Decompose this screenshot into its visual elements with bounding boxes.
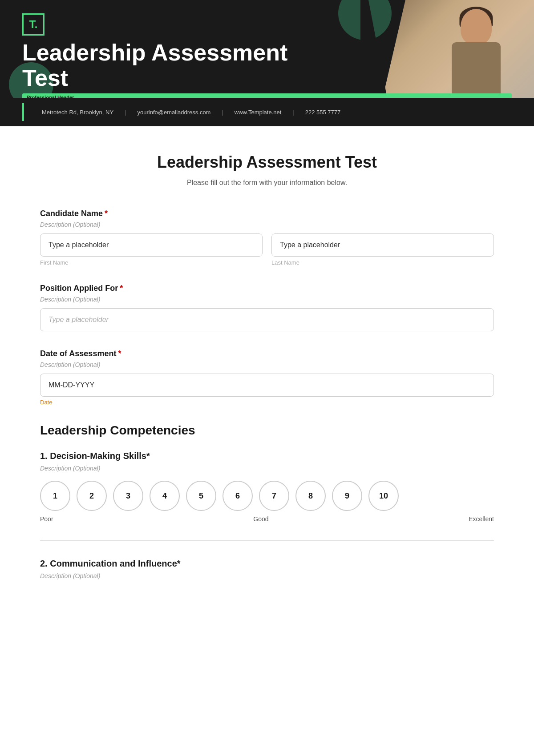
header-title: Leadership Assessment Test: [22, 40, 512, 91]
competency-1-description: Description (Optional): [40, 465, 494, 472]
competency-1-title: 1. Decision-Making Skills*: [40, 451, 494, 461]
date-input[interactable]: [40, 374, 494, 397]
header-badge: Professional Header: [22, 93, 512, 98]
rating-label-excellent: Excellent: [469, 515, 494, 523]
main-content: Leadership Assessment Test Please fill o…: [0, 126, 534, 756]
date-sublabel: Date: [40, 399, 494, 406]
name-input-row: [40, 233, 494, 257]
rating-1[interactable]: 1: [40, 481, 70, 511]
rating-5[interactable]: 5: [186, 481, 216, 511]
rating-2[interactable]: 2: [77, 481, 107, 511]
candidate-name-section: Candidate Name* Description (Optional) F…: [40, 209, 494, 266]
rating-label-poor: Poor: [40, 515, 53, 523]
contact-phone: 222 555 7777: [305, 109, 341, 116]
contact-bar: Metrotech Rd, Brooklyn, NY | yourinfo@em…: [0, 98, 534, 126]
date-description: Description (Optional): [40, 361, 494, 368]
contact-divider: [22, 103, 24, 121]
date-section: Date of Assessment* Description (Optiona…: [40, 349, 494, 406]
logo-letter: T.: [29, 18, 38, 31]
rating-3[interactable]: 3: [113, 481, 143, 511]
date-label: Date of Assessment*: [40, 349, 494, 358]
position-section: Position Applied For* Description (Optio…: [40, 284, 494, 331]
rating-scale-1: 1 2 3 4 5 6 7 8 9 10 Poor Good Excellent: [40, 481, 494, 523]
last-name-sublabel: Last Name: [271, 259, 494, 266]
contact-website: www.Template.net: [235, 109, 282, 116]
form-title: Leadership Assessment Test: [40, 153, 494, 172]
contact-info: Metrotech Rd, Brooklyn, NY | yourinfo@em…: [42, 109, 340, 116]
candidate-name-label: Candidate Name*: [40, 209, 494, 218]
first-name-input[interactable]: [40, 233, 263, 257]
position-input[interactable]: [40, 308, 494, 331]
competency-2-title: 2. Communication and Influence*: [40, 559, 494, 569]
competency-1: 1. Decision-Making Skills* Description (…: [40, 451, 494, 523]
competencies-title: Leadership Competencies: [40, 423, 494, 438]
rating-label-good: Good: [53, 515, 469, 523]
rating-labels-1: Poor Good Excellent: [40, 515, 494, 523]
competency-2-description: Description (Optional): [40, 572, 494, 579]
rating-6[interactable]: 6: [222, 481, 253, 511]
last-name-input[interactable]: [271, 233, 494, 257]
contact-address: Metrotech Rd, Brooklyn, NY: [42, 109, 113, 116]
contact-email: yourinfo@emailaddress.com: [138, 109, 211, 116]
section-divider: [40, 540, 494, 541]
name-sublabels: First Name Last Name: [40, 259, 494, 266]
rating-9[interactable]: 9: [332, 481, 362, 511]
position-description: Description (Optional): [40, 296, 494, 303]
position-label: Position Applied For*: [40, 284, 494, 293]
rating-7[interactable]: 7: [259, 481, 289, 511]
competency-2: 2. Communication and Influence* Descript…: [40, 559, 494, 579]
rating-10[interactable]: 10: [368, 481, 399, 511]
first-name-sublabel: First Name: [40, 259, 263, 266]
competencies-section: Leadership Competencies 1. Decision-Maki…: [40, 423, 494, 579]
candidate-name-description: Description (Optional): [40, 221, 494, 228]
rating-4[interactable]: 4: [150, 481, 180, 511]
form-subtitle: Please fill out the form with your infor…: [40, 179, 494, 187]
rating-circles-1: 1 2 3 4 5 6 7 8 9 10: [40, 481, 494, 511]
logo-box: T.: [22, 13, 44, 36]
page-header: T. Leadership Assessment Test Profession…: [0, 0, 534, 98]
rating-8[interactable]: 8: [295, 481, 326, 511]
header-content: T. Leadership Assessment Test Profession…: [22, 13, 512, 98]
